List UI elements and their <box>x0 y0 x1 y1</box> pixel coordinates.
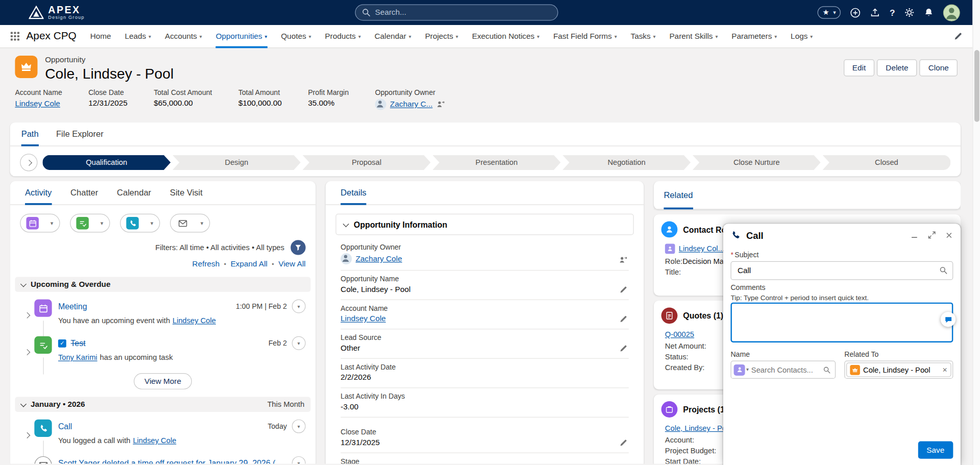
minimize-button[interactable] <box>910 231 919 239</box>
owner-link[interactable]: Zachary C... <box>390 100 432 109</box>
task-checkbox[interactable] <box>58 339 66 347</box>
chevron-down-icon[interactable] <box>44 220 59 226</box>
change-owner-icon[interactable] <box>619 256 627 264</box>
nav-tab-quotes[interactable]: Quotes <box>281 25 311 47</box>
nav-tab-execution-notices[interactable]: Execution Notices <box>472 25 540 47</box>
comments-textarea[interactable] <box>730 303 953 342</box>
delete-button[interactable]: Delete <box>877 59 917 76</box>
expand-chevron-icon[interactable] <box>25 304 30 325</box>
chevron-down-icon[interactable] <box>810 34 813 39</box>
chevron-down-icon[interactable] <box>309 34 311 39</box>
section-opportunity-information[interactable]: Opportunity Information <box>336 214 634 235</box>
composer-header[interactable]: Call <box>723 224 961 246</box>
chevron-down-icon[interactable] <box>265 34 267 39</box>
task-link[interactable]: Test <box>70 338 85 348</box>
nav-tab-calendar[interactable]: Calendar <box>375 25 411 47</box>
path-toggle-button[interactable] <box>20 154 37 171</box>
related-to-lookup[interactable]: Cole, Lindsey - Pool <box>844 361 953 379</box>
app-name[interactable]: Apex CPQ <box>26 30 76 42</box>
edit-pencil-icon[interactable] <box>619 345 627 353</box>
email-subject-link[interactable]: Scott Yager deleted a time off request f… <box>58 458 287 463</box>
global-search-input[interactable] <box>375 8 551 17</box>
item-menu-button[interactable] <box>292 300 306 313</box>
quote-link[interactable]: Q-00025 <box>665 330 694 339</box>
path-stage-closed[interactable]: Closed <box>822 155 950 170</box>
account-name-link[interactable]: Lindsey Cole <box>15 100 60 108</box>
contact-link[interactable]: Tony Karimi <box>58 353 97 362</box>
favorites-star-icon[interactable] <box>823 8 829 17</box>
chevron-down-icon[interactable] <box>144 220 159 226</box>
object-switcher-button[interactable] <box>734 364 749 375</box>
nav-tab-parameters[interactable]: Parameters <box>731 25 777 47</box>
chevron-down-icon[interactable] <box>409 34 411 39</box>
tab-activity[interactable]: Activity <box>25 181 52 204</box>
tab-calendar[interactable]: Calendar <box>117 181 151 204</box>
new-task-button[interactable] <box>70 214 110 233</box>
edit-pencil-icon[interactable] <box>619 286 627 294</box>
tab-related[interactable]: Related <box>664 181 693 209</box>
edit-pencil-icon[interactable] <box>619 439 627 447</box>
chevron-down-icon[interactable] <box>715 34 718 39</box>
account-name-link[interactable]: Lindsey Cole <box>340 314 385 323</box>
global-search[interactable] <box>355 5 558 21</box>
contact-combobox[interactable] <box>730 361 836 379</box>
app-launcher-icon[interactable] <box>10 31 20 41</box>
nav-tab-opportunities[interactable]: Opportunities <box>216 25 267 47</box>
upload-icon[interactable] <box>870 8 880 18</box>
change-owner-icon[interactable] <box>436 100 445 109</box>
path-stage-negotiation[interactable]: Negotiation <box>562 155 691 170</box>
path-stage-close-nurture[interactable]: Close Nurture <box>693 155 821 170</box>
chevron-down-icon[interactable] <box>94 220 109 226</box>
edit-button[interactable]: Edit <box>844 59 875 76</box>
item-menu-button[interactable] <box>292 420 306 433</box>
new-event-button[interactable] <box>20 214 60 233</box>
nav-tab-tasks[interactable]: Tasks <box>631 25 656 47</box>
view-more-button[interactable]: View More <box>134 373 192 389</box>
owner-link[interactable]: Zachary Cole <box>356 254 402 263</box>
expand-button[interactable] <box>927 231 936 239</box>
edit-nav-pencil-icon[interactable] <box>954 32 963 40</box>
chevron-down-icon[interactable] <box>615 34 617 39</box>
path-stage-qualification[interactable]: Qualification <box>42 155 170 170</box>
item-menu-button[interactable] <box>292 456 306 464</box>
chevron-down-icon[interactable] <box>653 34 656 39</box>
path-stage-proposal[interactable]: Proposal <box>303 155 431 170</box>
nav-tab-products[interactable]: Products <box>325 25 361 47</box>
quotes-title-link[interactable]: Quotes (1) <box>683 311 723 320</box>
search-contacts-input[interactable] <box>751 365 821 374</box>
page-scrollbar[interactable] <box>972 0 980 465</box>
nav-tab-fast-field-forms[interactable]: Fast Field Forms <box>553 25 617 47</box>
meeting-link[interactable]: Meeting <box>58 302 87 311</box>
chevron-down-icon[interactable] <box>194 220 209 226</box>
contact-link[interactable]: Lindsey Col... <box>679 244 724 253</box>
chevron-down-icon[interactable] <box>456 34 458 39</box>
tab-chatter[interactable]: Chatter <box>70 181 98 204</box>
section-january-2026[interactable]: January • 2026 This Month <box>15 397 310 412</box>
notifications-bell-button[interactable] <box>924 8 934 18</box>
tab-site-visit[interactable]: Site Visit <box>170 181 203 204</box>
help-button[interactable] <box>890 8 895 18</box>
email-button[interactable] <box>170 214 210 233</box>
nav-tab-projects[interactable]: Projects <box>425 25 458 47</box>
global-actions-button[interactable] <box>850 7 861 18</box>
nav-tab-accounts[interactable]: Accounts <box>165 25 202 47</box>
scrollbar-thumb[interactable] <box>974 50 979 122</box>
expand-chevron-icon[interactable] <box>25 341 30 362</box>
tab-file-explorer[interactable]: File Explorer <box>56 123 104 145</box>
tab-details[interactable]: Details <box>340 181 366 204</box>
nav-tab-leads[interactable]: Leads <box>125 25 151 47</box>
path-stage-presentation[interactable]: Presentation <box>432 155 560 170</box>
view-all-link[interactable]: View All <box>278 259 305 268</box>
log-a-call-button[interactable] <box>120 214 160 233</box>
chevron-down-icon[interactable] <box>200 34 202 39</box>
filter-icon[interactable] <box>290 240 305 255</box>
chevron-down-icon[interactable] <box>774 34 777 39</box>
path-stage-design[interactable]: Design <box>173 155 301 170</box>
nav-tab-logs[interactable]: Logs <box>791 25 813 47</box>
refresh-link[interactable]: Refresh <box>192 259 220 268</box>
edit-pencil-icon[interactable] <box>619 315 627 323</box>
close-button[interactable] <box>945 231 953 239</box>
expand-chevron-icon[interactable] <box>25 461 30 464</box>
insert-quick-text-button[interactable] <box>941 312 955 327</box>
nav-tab-parent-skills[interactable]: Parent Skills <box>669 25 718 47</box>
